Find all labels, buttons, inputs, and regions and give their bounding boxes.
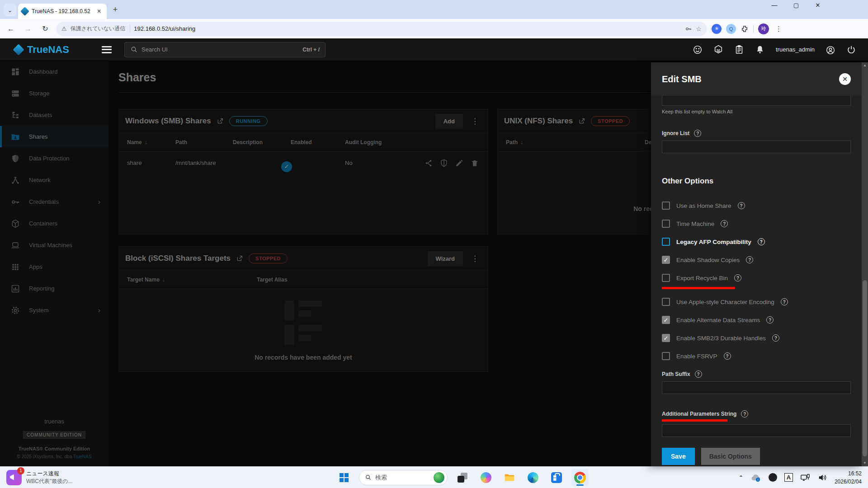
help-icon[interactable]: ? bbox=[746, 256, 753, 263]
scroll-down-icon[interactable]: ▼ bbox=[862, 460, 868, 466]
release-notes-icon[interactable] bbox=[713, 45, 723, 55]
help-icon[interactable]: ? bbox=[694, 130, 701, 137]
watch-list-input[interactable] bbox=[662, 96, 851, 106]
checkbox-smb23-durable-handles[interactable]: ✓ Enable SMB2/3 Durable Handles ? bbox=[662, 329, 851, 347]
jobs-clipboard-icon[interactable] bbox=[734, 45, 744, 55]
watch-list-hint: Keep this list empty to Watch All bbox=[662, 109, 851, 114]
taskbar-search[interactable]: 検索 bbox=[359, 470, 448, 485]
power-icon[interactable] bbox=[846, 45, 856, 55]
not-secure-warning-icon: ⚠ bbox=[61, 25, 67, 32]
save-button[interactable]: Save bbox=[662, 448, 695, 465]
reload-button[interactable]: ↻ bbox=[39, 23, 52, 35]
checkbox-export-recycle-bin[interactable]: Export Recycle Bin ? bbox=[662, 269, 851, 287]
checkbox-alternate-data-streams[interactable]: ✓ Enable Alternate Data Streams ? bbox=[662, 311, 851, 329]
user-avatar-icon[interactable] bbox=[826, 45, 835, 55]
tab-title: TrueNAS - 192.168.0.52 bbox=[32, 8, 91, 14]
window-close-button[interactable]: ✕ bbox=[811, 2, 825, 9]
taskbar-clock[interactable]: 16:52 2026/02/04 bbox=[835, 469, 862, 486]
window-minimize-button[interactable]: — bbox=[768, 2, 781, 9]
scroll-up-icon[interactable]: ▲ bbox=[862, 62, 868, 69]
folder-icon bbox=[504, 472, 515, 483]
help-icon[interactable]: ? bbox=[721, 220, 728, 227]
onedrive-cloud-icon[interactable]: i bbox=[750, 473, 761, 482]
bookmark-star-icon[interactable]: ☆ bbox=[696, 25, 702, 33]
feedback-smiley-icon[interactable] bbox=[693, 45, 703, 55]
browser-profile-avatar[interactable]: 玲 bbox=[758, 23, 769, 34]
checkbox-icon[interactable] bbox=[662, 220, 670, 228]
tab-list-chevron-icon[interactable]: ⌄ bbox=[4, 4, 16, 16]
search-shortcut: Ctrl + / bbox=[302, 47, 320, 53]
chrome-button[interactable] bbox=[571, 469, 589, 486]
extensions-puzzle-icon[interactable] bbox=[741, 25, 749, 33]
truenas-topbar: TrueNAS Ctrl + / bbox=[0, 38, 868, 61]
browser-tab[interactable]: TrueNAS - 192.168.0.52 ✕ bbox=[18, 4, 107, 19]
password-key-icon[interactable] bbox=[685, 25, 692, 33]
extension-q-icon[interactable]: Q bbox=[726, 24, 736, 34]
widgets-news-button[interactable]: 1 ニュース速報 WBC代表"最後の... bbox=[0, 470, 163, 485]
help-icon[interactable]: ? bbox=[758, 238, 765, 245]
copilot-button[interactable] bbox=[477, 469, 495, 486]
help-icon[interactable]: ? bbox=[734, 274, 741, 282]
alerts-bell-icon[interactable] bbox=[755, 45, 765, 55]
edge-button[interactable] bbox=[524, 469, 542, 486]
edit-smb-panel: Edit SMB ✕ Keep this list empty to Watch… bbox=[651, 62, 862, 466]
checkbox-checked-icon[interactable]: ✓ bbox=[662, 316, 670, 324]
start-button[interactable] bbox=[335, 469, 353, 486]
file-explorer-button[interactable] bbox=[501, 469, 518, 486]
back-button[interactable]: ← bbox=[5, 23, 17, 35]
window-caption-buttons: — ▢ ✕ bbox=[768, 2, 825, 9]
scrollbar-thumb[interactable] bbox=[863, 280, 867, 456]
windows-taskbar: 1 ニュース速報 WBC代表"最後の... 検索 ⌃ bbox=[0, 466, 868, 488]
search-ui-input[interactable] bbox=[142, 46, 299, 53]
volume-icon[interactable] bbox=[817, 473, 827, 482]
browser-menu-icon[interactable]: ⋮ bbox=[774, 25, 784, 33]
basic-options-button[interactable]: Basic Options bbox=[701, 448, 760, 465]
ui-search[interactable]: Ctrl + / bbox=[124, 42, 326, 57]
help-icon[interactable]: ? bbox=[695, 371, 702, 378]
checkbox-icon[interactable] bbox=[662, 352, 670, 360]
task-view-button[interactable] bbox=[454, 469, 471, 486]
checkbox-apple-style-encoding[interactable]: Use Apple-style Character Encoding ? bbox=[662, 293, 851, 311]
window-maximize-button[interactable]: ▢ bbox=[789, 2, 803, 9]
ignore-list-input[interactable] bbox=[662, 141, 851, 153]
checkbox-checked-icon[interactable]: ✓ bbox=[662, 256, 670, 264]
tray-overflow-chevron[interactable]: ⌃ bbox=[739, 474, 743, 481]
path-suffix-input[interactable] bbox=[662, 381, 851, 394]
checkbox-checked-icon[interactable]: ✓ bbox=[662, 334, 670, 342]
url-text[interactable]: 192.168.0.52/ui/sharing bbox=[134, 25, 681, 32]
security-chip[interactable]: 保護されていない通信 bbox=[71, 25, 131, 33]
checkbox-legacy-afp-compatibility[interactable]: Legacy AFP Compatibility ? bbox=[662, 233, 851, 251]
store-icon bbox=[551, 472, 562, 483]
help-icon[interactable]: ? bbox=[766, 316, 774, 324]
help-icon[interactable]: ? bbox=[781, 298, 788, 305]
checkbox-icon[interactable] bbox=[662, 274, 670, 282]
tray-app-x-icon[interactable]: ✕ bbox=[769, 473, 777, 482]
address-bar[interactable]: ⚠ 保護されていない通信 192.168.0.52/ui/sharing ☆ bbox=[56, 22, 707, 36]
microsoft-store-button[interactable] bbox=[548, 469, 565, 486]
checkbox-use-as-home-share[interactable]: Use as Home Share ? bbox=[662, 197, 851, 215]
chrome-icon bbox=[574, 472, 586, 483]
help-icon[interactable]: ? bbox=[741, 410, 748, 418]
search-highlight-globe-icon bbox=[434, 472, 444, 483]
checkbox-enable-shadow-copies[interactable]: ✓ Enable Shadow Copies ? bbox=[662, 251, 851, 269]
help-icon[interactable]: ? bbox=[738, 202, 745, 209]
tab-close-icon[interactable]: ✕ bbox=[95, 7, 103, 15]
checkbox-time-machine[interactable]: Time Machine ? bbox=[662, 215, 851, 233]
network-icon[interactable] bbox=[800, 473, 810, 482]
extension-icon[interactable]: ✳ bbox=[712, 24, 722, 34]
help-icon[interactable]: ? bbox=[724, 352, 731, 360]
checkbox-icon[interactable] bbox=[662, 298, 670, 306]
ime-input-icon[interactable]: A bbox=[784, 473, 793, 482]
toolbar-divider bbox=[753, 25, 754, 33]
new-tab-button[interactable]: + bbox=[109, 4, 121, 15]
forward-button[interactable]: → bbox=[22, 23, 34, 35]
truenas-content: Dashboard Storage Datasets Shares Data P… bbox=[0, 61, 868, 466]
help-icon[interactable]: ? bbox=[772, 334, 779, 342]
sidebar-toggle-icon[interactable] bbox=[102, 46, 112, 53]
close-icon[interactable]: ✕ bbox=[839, 73, 851, 85]
additional-params-input[interactable] bbox=[662, 424, 851, 437]
panel-scrollbar[interactable]: ▲ ▼ bbox=[862, 62, 868, 466]
checkbox-icon[interactable] bbox=[662, 238, 670, 246]
checkbox-icon[interactable] bbox=[662, 202, 670, 210]
checkbox-enable-fsrvp[interactable]: Enable FSRVP ? bbox=[662, 347, 851, 365]
